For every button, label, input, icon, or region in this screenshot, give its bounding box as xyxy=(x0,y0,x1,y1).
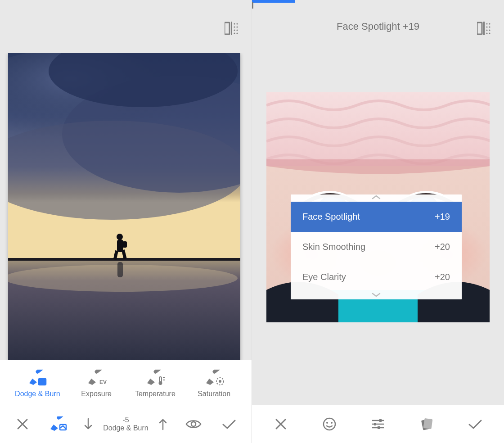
brush-exposure-icon: EV xyxy=(86,370,107,385)
svg-point-13 xyxy=(8,121,240,220)
svg-rect-0 xyxy=(225,23,230,34)
svg-point-6 xyxy=(234,29,235,31)
svg-point-66 xyxy=(331,422,333,424)
brush-temperature-icon xyxy=(145,370,166,385)
tool-label: Temperature xyxy=(135,390,176,398)
svg-rect-72 xyxy=(378,426,380,429)
stepper-value: -5 xyxy=(122,416,129,424)
svg-point-65 xyxy=(326,422,328,424)
close-button[interactable] xyxy=(266,410,295,438)
left-panel: Dodge & Burn EV Exposure xyxy=(0,0,252,443)
svg-rect-28 xyxy=(153,370,164,374)
svg-text:EV: EV xyxy=(99,379,107,385)
slider-progress[interactable] xyxy=(252,0,295,3)
brush-saturation-icon xyxy=(204,370,225,385)
svg-point-48 xyxy=(489,32,490,34)
svg-point-38 xyxy=(191,422,196,426)
right-action-bar xyxy=(252,405,504,443)
stepper-display: -5 Dodge & Burn xyxy=(101,416,150,433)
tune-button[interactable] xyxy=(364,410,392,438)
svg-point-9 xyxy=(236,32,238,34)
tool-row: Dodge & Burn EV Exposure xyxy=(0,360,252,405)
tool-label: Saturation xyxy=(198,390,230,398)
right-header: Face Spotlight +19 xyxy=(252,0,504,53)
left-header xyxy=(0,0,252,53)
svg-point-8 xyxy=(234,32,235,34)
svg-point-46 xyxy=(489,29,490,31)
photo-seascape xyxy=(8,53,240,360)
tool-exposure[interactable]: EV Exposure xyxy=(69,370,123,398)
brush-dodge-icon xyxy=(27,370,48,385)
svg-point-45 xyxy=(486,29,487,31)
tool-label: Exposure xyxy=(81,390,112,398)
svg-point-18 xyxy=(117,234,123,240)
menu-item-face-spotlight[interactable]: Face Spotlight +19 xyxy=(291,202,462,232)
svg-rect-22 xyxy=(122,241,127,248)
menu-item-value: +19 xyxy=(435,212,450,222)
adjustment-menu[interactable]: Face Spotlight +19 Skin Smoothing +20 Ey… xyxy=(291,194,462,299)
preview-button[interactable] xyxy=(179,410,208,438)
svg-point-2 xyxy=(234,23,235,24)
tool-label: Dodge & Burn xyxy=(15,390,60,398)
menu-item-value: +20 xyxy=(435,242,450,252)
svg-rect-26 xyxy=(94,370,105,374)
brush-mode-button[interactable] xyxy=(44,410,72,438)
tool-dodge-burn[interactable]: Dodge & Burn xyxy=(10,370,64,398)
compare-icon[interactable] xyxy=(225,22,240,37)
apply-button[interactable] xyxy=(215,410,243,438)
chevron-up-icon[interactable] xyxy=(291,194,462,202)
svg-point-44 xyxy=(489,26,490,27)
tool-temperature[interactable]: Temperature xyxy=(128,370,182,398)
left-action-bar: -5 Dodge & Burn xyxy=(0,405,252,443)
svg-point-7 xyxy=(236,29,238,31)
menu-item-eye-clarity[interactable]: Eye Clarity +20 xyxy=(291,262,462,292)
svg-point-41 xyxy=(486,23,487,24)
svg-point-43 xyxy=(486,26,487,27)
svg-point-30 xyxy=(158,381,162,385)
value-stepper: -5 Dodge & Burn xyxy=(79,415,172,433)
decrease-button[interactable] xyxy=(79,415,97,433)
svg-rect-36 xyxy=(56,416,66,420)
svg-point-3 xyxy=(236,23,238,24)
right-canvas[interactable]: Face Spotlight +19 Skin Smoothing +20 Ey… xyxy=(252,53,504,405)
face-button[interactable] xyxy=(315,410,344,438)
stepper-name: Dodge & Burn xyxy=(103,424,148,432)
apply-button[interactable] xyxy=(461,410,490,438)
left-canvas[interactable] xyxy=(0,53,252,360)
svg-rect-74 xyxy=(423,418,433,429)
svg-point-47 xyxy=(486,32,487,34)
svg-rect-71 xyxy=(374,423,376,425)
svg-point-64 xyxy=(324,418,335,430)
compare-icon[interactable] xyxy=(477,22,492,37)
svg-rect-39 xyxy=(477,23,482,34)
close-button[interactable] xyxy=(8,410,37,438)
tool-saturation[interactable]: Saturation xyxy=(187,370,241,398)
svg-rect-33 xyxy=(212,370,223,374)
increase-button[interactable] xyxy=(154,415,172,433)
svg-point-42 xyxy=(489,23,490,24)
svg-rect-24 xyxy=(35,370,46,374)
svg-rect-23 xyxy=(117,262,123,277)
styles-button[interactable] xyxy=(412,410,441,438)
menu-item-label: Face Spotlight xyxy=(302,212,360,222)
menu-item-label: Skin Smoothing xyxy=(302,242,365,252)
chevron-down-icon[interactable] xyxy=(291,292,462,299)
menu-item-label: Eye Clarity xyxy=(302,272,346,282)
slider-origin-tick xyxy=(252,2,253,9)
menu-item-skin-smoothing[interactable]: Skin Smoothing +20 xyxy=(291,232,462,262)
svg-point-35 xyxy=(219,380,221,383)
menu-item-value: +20 xyxy=(435,272,450,282)
svg-point-5 xyxy=(236,26,238,27)
header-title: Face Spotlight +19 xyxy=(337,21,419,32)
svg-point-4 xyxy=(234,26,235,27)
right-panel: Face Spotlight +19 xyxy=(252,0,504,443)
svg-rect-70 xyxy=(379,419,382,422)
